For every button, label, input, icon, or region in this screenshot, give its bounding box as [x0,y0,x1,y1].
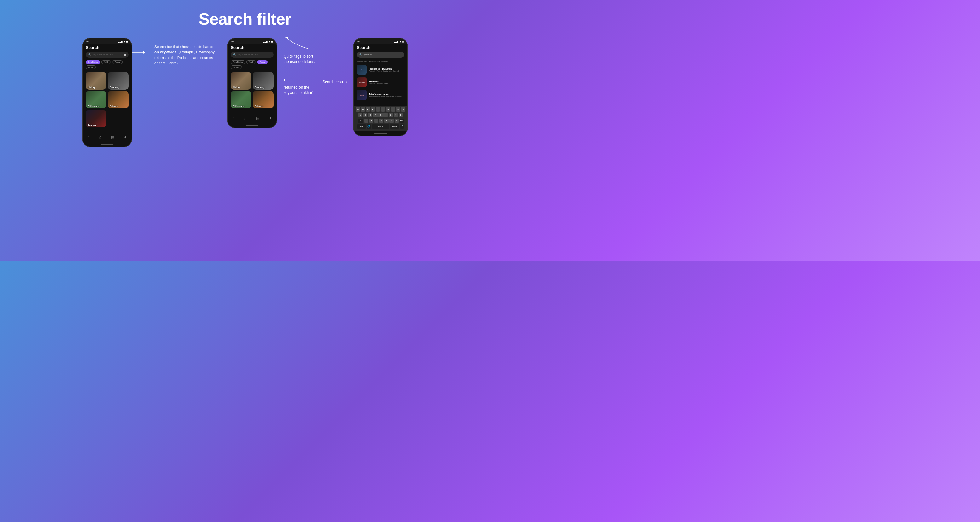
status-time-2: 9:41 [231,40,236,43]
tag-poetry-1[interactable]: Poetry [112,60,123,64]
key-D[interactable]: D [368,113,372,117]
genre-card-science-1[interactable]: Science [108,91,129,108]
genre-card-comedy-1[interactable]: Comedy [86,110,106,127]
key-J[interactable]: J [388,113,393,117]
result-count: 1 Masterclass . 12 episodes. 2 podcasts [357,60,404,62]
extra-row-1: Comedy [86,110,129,127]
search-placeholder-2: Try 'Science' or 'Joe' [238,54,258,56]
key-A[interactable]: A [358,113,363,117]
result-item-0[interactable]: P Prakhar ke Pravachan Podcast . Prakhar… [357,65,404,75]
search-nav-2[interactable]: ⌕ [244,116,247,120]
tag-poetry-2[interactable]: Poetry [257,60,267,64]
key-Z[interactable]: Z [364,119,368,123]
download-nav-1[interactable]: ⬇ [124,135,127,139]
search-nav-1[interactable]: ⌕ [99,135,102,139]
library-nav-1[interactable]: ▤ [111,135,115,139]
battery-icon: ▮▮ [126,40,128,43]
result-item-2[interactable]: RACTI Art of conversation Masterclass . … [357,90,404,100]
key-G[interactable]: G [379,113,383,117]
phone-2: 9:41 ▂▄▆ ◀ ▮▮ Search 🔍 Try 'Science' or … [227,38,277,128]
result-thumb-1: PGRADIO [357,77,367,87]
content-area: 9:41 ▂▄▆ ◀ ▮▮ Search 🔍 Try 'Science' or … [0,35,490,147]
genre-grid-2: History Economy Philosophy Science [231,72,274,108]
key-shift[interactable]: ⇧ [358,119,363,123]
search-value-3: prakhar [364,54,372,56]
signal-icon-3: ▂▄▆ [394,40,398,43]
genre-card-history-2[interactable]: History [231,72,251,89]
result-title-2: Art of conversation [369,93,402,95]
key-P[interactable]: P [401,107,405,111]
key-M[interactable]: M [395,119,399,123]
key-B[interactable]: B [385,119,388,123]
arrow-svg-1 [132,51,145,54]
genre-card-philosophy-2[interactable]: Philosophy [231,91,251,108]
search-bar-3[interactable]: 🔍 prakhar [357,52,404,58]
phone2-content: Search 🔍 Try 'Science' or 'Joe' Non Fict… [228,44,277,113]
key-H[interactable]: H [383,113,388,117]
annotation-1: Search bar that shows results based on k… [154,44,218,66]
tag-adult-1[interactable]: Adult [102,60,111,64]
genre-card-economy-2[interactable]: Economy [253,72,274,89]
key-N[interactable]: N [390,119,394,123]
result-title-0: Prakhar ke Pravachan [369,68,399,70]
genre-card-economy-1[interactable]: Economy [108,72,129,89]
key-K[interactable]: K [394,113,398,117]
genre-card-philosophy-1[interactable]: Philosophy [86,91,107,108]
search-title-3: Search [357,44,404,50]
key-Y[interactable]: Y [381,107,385,111]
key-F[interactable]: F [374,113,377,117]
tag-nonfiction-2[interactable]: Non Fiction [231,60,245,64]
history-label-2: History [231,85,242,89]
search-bar-1[interactable]: 🔍 Try 'Science' or 'Joe' [86,52,129,58]
filter-tags-2: Non Fiction Adult Poetry Psycho [231,60,274,69]
search-icon-3: 🔍 [359,53,363,56]
key-C[interactable]: C [374,119,379,123]
key-return[interactable]: return [390,124,399,129]
key-mic[interactable]: 🎤 [400,124,404,129]
genre-card-history-1[interactable]: History [86,72,107,89]
result-item-1[interactable]: PGRADIO PG Radio Podcast . Prakhar Gupta [357,77,404,87]
tag-psych-1[interactable]: Psych [86,65,96,69]
key-T[interactable]: T [376,107,380,111]
key-X[interactable]: X [369,119,374,123]
key-V[interactable]: V [379,119,383,123]
key-W[interactable]: W [361,107,365,111]
result-sub-2: Masterclass . Prakhar Gupta . 12 Episode… [369,95,402,97]
key-S[interactable]: S [363,113,368,117]
key-L[interactable]: L [399,113,403,117]
home-nav-2[interactable]: ⌂ [232,116,234,120]
tag-adult-2[interactable]: Adult [247,60,256,64]
key-backspace[interactable]: ⌫ [399,119,404,123]
svg-marker-1 [143,51,145,54]
section-1: 9:41 ▂▄▆ ◀ ▮▮ Search 🔍 Try 'Science' or … [82,35,218,147]
result-sub-0: Podcast . Prakhar Gupta, Asim Sayyed [369,70,399,72]
key-Q[interactable]: Q [356,107,360,111]
download-nav-2[interactable]: ⬇ [269,116,272,120]
annotation2-text: Quick tags to sort the user decisions. [283,54,315,64]
library-nav-2[interactable]: ▤ [256,116,259,120]
home-bar-1 [101,144,113,145]
key-E[interactable]: E [366,107,370,111]
section-2: 9:41 ▂▄▆ ◀ ▮▮ Search 🔍 Try 'Science' or … [227,35,347,128]
key-I[interactable]: I [391,107,395,111]
key-O[interactable]: O [396,107,400,111]
tag-psycho-2[interactable]: Psycho [231,65,242,69]
annotation3-content: Search resultsreturned on thekeyword 'pr… [283,77,347,95]
home-nav-1[interactable]: ⌂ [87,135,89,139]
science-label-1: Science [108,104,120,108]
kb-row-2: A S D F G H J K L [355,113,407,117]
phone-1: 9:41 ▂▄▆ ◀ ▮▮ Search 🔍 Try 'Science' or … [82,38,132,147]
key-123[interactable]: 123 [357,124,366,129]
tag-nonfiction-1[interactable]: Non Fiction [86,60,100,64]
key-U[interactable]: U [386,107,390,111]
key-globe[interactable]: 🌐 [367,124,371,129]
key-space[interactable]: space [372,124,389,129]
wifi-icon: ◀ [124,40,125,43]
battery-icon-3: ▮▮ [402,40,404,43]
svg-point-4 [283,79,285,81]
key-R[interactable]: R [371,107,375,111]
genre-card-science-2[interactable]: Science [253,91,274,108]
status-icons-2: ▂▄▆ ◀ ▮▮ [263,40,273,43]
annotation2-content: Quick tags to sort the user decisions. S… [283,35,347,95]
search-bar-2[interactable]: 🔍 Try 'Science' or 'Joe' [231,52,274,58]
